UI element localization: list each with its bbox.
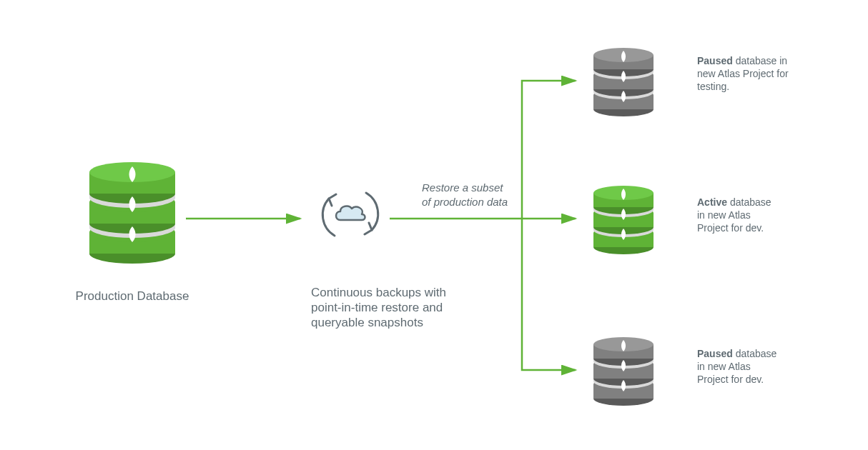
target1-line2: testing.: [697, 81, 729, 92]
backup-refresh-icon: [322, 193, 378, 236]
target-db-dev-active-icon: [593, 186, 654, 254]
diagram-canvas: Production Database Continuous backups w…: [0, 0, 868, 450]
target1-line1: new Atlas Project for: [697, 68, 789, 79]
target2-line2: Project for dev.: [697, 222, 764, 234]
target2-line0: Active database: [697, 196, 771, 208]
edge-label-line1: Restore a subset: [422, 181, 503, 194]
target-db-testing-icon: [593, 48, 654, 116]
target1-line0: Paused database in: [697, 55, 787, 66]
target3-line2: Project for dev.: [697, 374, 764, 385]
backup-label-line1: Continuous backups with: [311, 286, 446, 299]
target-db-dev-paused-icon: [593, 337, 654, 406]
production-database-icon: [89, 162, 175, 264]
target3-line1: in new Atlas: [697, 361, 751, 372]
backup-label-line3: queryable snapshots: [311, 316, 423, 329]
edge-label-line2: of production data: [422, 196, 508, 208]
target2-line1: in new Atlas: [697, 209, 751, 221]
backup-label-line2: point-in-time restore and: [311, 301, 443, 314]
target3-line0: Paused database: [697, 348, 777, 359]
production-database-label: Production Database: [76, 289, 189, 303]
